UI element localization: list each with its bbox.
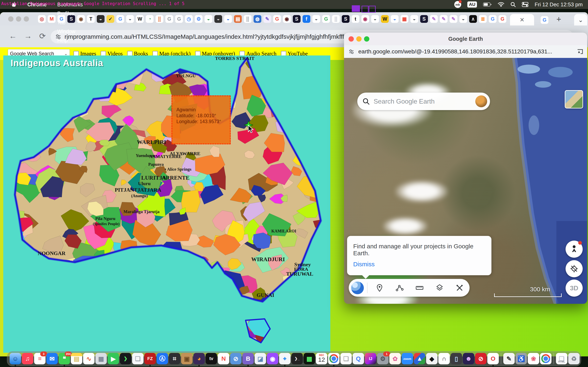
dock-blank-document[interactable]: ❏ [132, 353, 144, 364]
control-center-icon[interactable] [522, 2, 528, 7]
pinned-tab-46[interactable]: G [489, 15, 497, 23]
earth-minimize-button[interactable] [356, 36, 362, 42]
pinned-tab-18[interactable]: ◒ [214, 15, 222, 23]
dock-firefox[interactable]: ◕ [193, 353, 205, 364]
pinned-tab-39[interactable]: S [420, 15, 428, 23]
menu-help[interactable]: Help [52, 36, 88, 45]
dock-apple-tv[interactable]: tv [206, 353, 217, 364]
tab-search-chevron[interactable]: ⌄ [574, 14, 587, 25]
pinned-tab-22[interactable]: ◍ [254, 15, 261, 23]
pinned-tab-47[interactable]: G [499, 15, 506, 23]
tab-close-icon[interactable]: ✕ [520, 17, 524, 23]
dock-terminal[interactable]: ❯_ [291, 353, 303, 364]
wifi-icon[interactable] [498, 2, 504, 7]
google-earth-logo[interactable] [351, 282, 364, 294]
earth-url-text[interactable]: earth.google.com/web/@-19.41990588,146.1… [358, 48, 573, 55]
dock-notes[interactable]: ▤ [71, 353, 82, 364]
pinned-tab-16[interactable]: ⚙ [195, 15, 203, 23]
dock-finder[interactable]: ☺ [9, 353, 21, 364]
dock-grapher[interactable]: ∿ [83, 353, 95, 364]
pinned-tab-28[interactable]: ◒ [312, 15, 320, 23]
pinned-tab-38[interactable]: ◒ [410, 15, 418, 23]
dock-terminal-ssh[interactable]: ▩ [303, 353, 315, 364]
dock-html-file[interactable]: ❏HTML [556, 353, 567, 364]
dock-zoom[interactable]: zoom [402, 353, 413, 364]
measure-button[interactable] [410, 284, 430, 292]
indigenous-map[interactable]: Indigenous Australia TORRES STRAITYOLNGU… [3, 55, 330, 353]
pinned-tab-23[interactable]: ✎ [263, 15, 271, 23]
earth-titlebar[interactable]: Google Earth [344, 33, 587, 45]
menu-window[interactable]: Window [52, 27, 88, 36]
dock-trash[interactable]: ♻ [568, 353, 580, 364]
layers-button[interactable] [430, 284, 450, 292]
pinned-tab-24[interactable]: G [273, 15, 281, 23]
menu-tab[interactable]: Tab [52, 18, 88, 27]
pinned-tab-17[interactable]: ◒ [205, 15, 212, 23]
open-in-browser-icon[interactable] [577, 48, 584, 55]
new-tab-button[interactable]: + [554, 15, 564, 24]
pinned-tab-42[interactable]: ✎ [450, 15, 457, 23]
pinned-tab-43[interactable]: ◒ [459, 15, 467, 23]
dock-textedit[interactable]: ❏ [340, 353, 352, 364]
active-tab[interactable]: ✕ [510, 14, 534, 25]
earth-zoom-button[interactable] [364, 36, 369, 42]
dock-screen-sharing[interactable]: ⊘ [230, 353, 242, 364]
map-style-thumbnail[interactable] [565, 90, 583, 108]
dock-photos[interactable]: ❀ [528, 353, 539, 364]
pinned-tab-25[interactable]: ◉ [283, 15, 291, 23]
pinned-tab-29[interactable]: G [322, 15, 330, 23]
pinned-tab-32[interactable]: t [352, 15, 359, 23]
pinned-tab-27[interactable]: f [303, 15, 310, 23]
dock-calculator[interactable]: ⌗ [169, 353, 180, 364]
pinned-tab-10[interactable]: W [136, 15, 144, 23]
dock-speedtest[interactable]: ⊘ [475, 353, 486, 364]
dock-inkscape[interactable]: ◆ [426, 353, 438, 364]
dock-filezilla[interactable]: FZ [144, 353, 156, 364]
dock-quicktime[interactable]: Q [353, 353, 364, 364]
add-path-button[interactable] [389, 284, 410, 292]
dock-terminal-exec[interactable]: ❯ [120, 353, 131, 364]
dock-intellij-idea[interactable]: IJ [365, 353, 376, 364]
pinned-tab-45[interactable]: ≣ [479, 15, 487, 23]
pinned-tab-41[interactable]: ✎ [440, 15, 448, 23]
pinned-tab-34[interactable]: ◒ [371, 15, 379, 23]
pinned-tab-21[interactable]: ⣿ [244, 15, 251, 23]
pinned-tab-5[interactable]: T [87, 15, 95, 23]
earth-search-bar[interactable]: Search Google Earth [357, 92, 490, 110]
dock-pixelmator[interactable]: ✿ [389, 353, 401, 364]
menu-profiles[interactable]: Profiles [52, 9, 88, 18]
dock-calendar[interactable]: DEC12 [316, 353, 327, 364]
3d-toggle-button[interactable]: 3D [566, 280, 583, 297]
dock-sketchup[interactable]: ▲ [414, 353, 425, 364]
dock-facetime[interactable]: ▶ [108, 353, 119, 364]
input-source-badge[interactable]: AU [467, 1, 477, 8]
pinned-tab-8[interactable]: G [116, 15, 124, 23]
menubar-clock[interactable]: Fri 12 Dec 12:53 pm [535, 1, 583, 8]
dock-system-settings[interactable]: ⚙1 [377, 353, 389, 364]
avatar[interactable] [475, 95, 487, 107]
pegman-button[interactable] [566, 241, 583, 258]
spotlight-icon[interactable] [510, 2, 516, 7]
dock-dental-app[interactable]: ∩ [438, 353, 450, 364]
pinned-tab-37[interactable]: ▦ [401, 15, 408, 23]
dock-preview[interactable]: ◪ [255, 353, 266, 364]
dock-safari[interactable]: ⌖ [279, 353, 291, 364]
pinned-tab-13[interactable]: G [165, 15, 173, 23]
dock-launchpad[interactable]: ▦ [95, 353, 107, 364]
dock-night-app[interactable]: ☻ [463, 353, 474, 364]
pinned-tab-7[interactable]: ✓ [107, 15, 114, 23]
dock-mail[interactable]: ✉ [46, 353, 58, 364]
pinned-tab-20[interactable]: ▤ [234, 15, 242, 23]
pinned-tab-6[interactable]: ◒ [97, 15, 104, 23]
battery-icon[interactable] [483, 2, 492, 7]
dock-chrome[interactable] [328, 353, 339, 364]
dock-podcasts[interactable]: ◉ [267, 353, 278, 364]
add-placemark-button[interactable] [370, 284, 389, 292]
pinned-tab-44[interactable]: ∧ [469, 15, 477, 23]
dock-iphone-mirroring[interactable]: ▯ [450, 353, 462, 364]
pinned-tab-14[interactable]: G [175, 15, 183, 23]
earth-viewport[interactable]: Search Google Earth Find and manage all … [344, 58, 587, 304]
pinned-tab-19[interactable]: ◒ [224, 15, 232, 23]
pinned-tab-33[interactable]: ◉ [361, 15, 369, 23]
dock-accessibility[interactable]: ♿ [516, 353, 527, 364]
